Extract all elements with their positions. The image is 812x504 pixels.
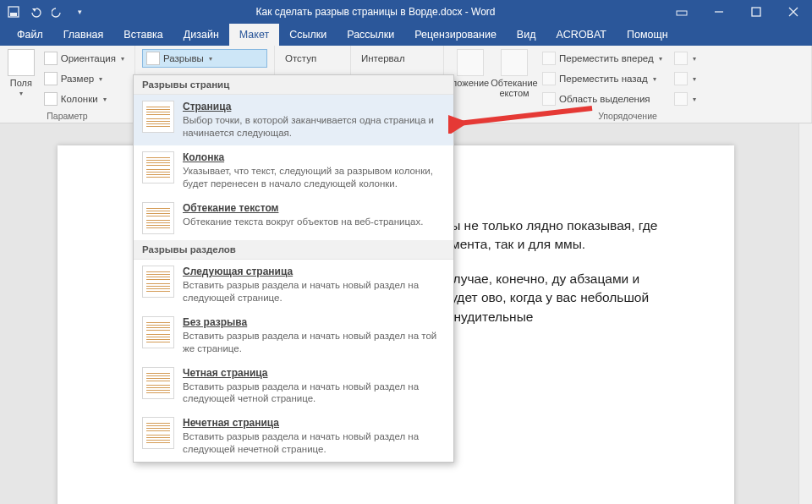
ribbon-options-icon[interactable] bbox=[663, 0, 700, 24]
break-option-odd-page[interactable]: Нечетная страница Вставить разрыв раздел… bbox=[134, 411, 453, 462]
break-option-next-page[interactable]: Следующая страница Вставить разрыв разде… bbox=[134, 260, 453, 310]
selection-pane-icon bbox=[542, 92, 556, 106]
orientation-icon bbox=[44, 52, 58, 65]
panel-header-section-breaks: Разрывы разделов bbox=[134, 240, 453, 260]
break-desc: Вставить разрыв раздела и начать новый р… bbox=[183, 279, 445, 304]
selection-pane-button[interactable]: Область выделения bbox=[539, 90, 666, 108]
rotate-icon bbox=[674, 92, 688, 106]
wrap-icon bbox=[501, 49, 528, 76]
break-title: Страница bbox=[183, 101, 445, 112]
bring-forward-button[interactable]: Переместить вперед bbox=[539, 49, 666, 68]
tab-home[interactable]: Главная bbox=[53, 24, 114, 46]
tab-design[interactable]: Дизайн bbox=[173, 24, 229, 46]
tab-acrobat[interactable]: ACROBAT bbox=[546, 24, 617, 46]
columns-icon bbox=[44, 92, 58, 106]
tab-mailings[interactable]: Рассылки bbox=[337, 24, 404, 46]
break-desc: Вставить разрыв раздела и начать новый р… bbox=[183, 381, 445, 406]
tab-file[interactable]: Файл bbox=[7, 24, 53, 46]
window-controls bbox=[663, 0, 812, 24]
break-title: Колонка bbox=[183, 151, 445, 163]
tab-layout[interactable]: Макет bbox=[229, 24, 279, 46]
columns-button[interactable]: Колонки bbox=[41, 90, 128, 108]
break-desc: Выбор точки, в которой заканчивается одн… bbox=[183, 114, 445, 140]
tab-help[interactable]: Помощн bbox=[617, 24, 678, 46]
break-desc: Обтекание текста вокруг объектов на веб-… bbox=[183, 216, 445, 228]
minimize-icon[interactable] bbox=[700, 0, 738, 24]
textwrap-break-icon bbox=[142, 202, 174, 234]
position-icon bbox=[457, 49, 484, 76]
page-setup-group-label: Параметр bbox=[7, 109, 128, 121]
break-option-column[interactable]: Колонка Указывает, что текст, следующий … bbox=[134, 145, 453, 196]
break-title: Без разрыва bbox=[183, 316, 445, 328]
ribbon-tabs: Файл Главная Вставка Дизайн Макет Ссылки… bbox=[0, 24, 812, 46]
redo-icon[interactable] bbox=[49, 3, 66, 20]
column-break-icon bbox=[142, 151, 174, 184]
send-backward-button[interactable]: Переместить назад bbox=[539, 69, 666, 88]
spacing-label: Интервал bbox=[358, 49, 409, 68]
margins-button[interactable]: Поля ▾ bbox=[7, 49, 36, 97]
qat-more-icon[interactable]: ▾ bbox=[71, 3, 88, 20]
align-button[interactable] bbox=[671, 49, 700, 68]
break-title: Обтекание текстом bbox=[183, 202, 445, 214]
tab-review[interactable]: Рецензирование bbox=[404, 24, 507, 46]
breaks-icon bbox=[146, 52, 160, 65]
close-icon[interactable] bbox=[775, 0, 812, 24]
quick-access-toolbar: ▾ bbox=[0, 3, 88, 20]
title-bar: ▾ Как сделать разрыв страницы в Ворде.do… bbox=[0, 0, 812, 24]
break-option-textwrap[interactable]: Обтекание текстом Обтекание текста вокру… bbox=[134, 196, 453, 240]
vertical-scrollbar[interactable] bbox=[798, 123, 812, 504]
margins-label: Поля bbox=[10, 78, 32, 88]
panel-header-page-breaks: Разрывы страниц bbox=[134, 75, 453, 95]
indent-label: Отступ bbox=[282, 49, 320, 68]
breaks-button[interactable]: Разрывы bbox=[142, 49, 267, 68]
rotate-button[interactable] bbox=[671, 90, 700, 108]
bring-forward-icon bbox=[542, 52, 556, 65]
break-option-page[interactable]: Страница Выбор точки, в которой заканчив… bbox=[134, 95, 453, 145]
align-icon bbox=[674, 52, 688, 65]
break-desc: Указывает, что текст, следующий за разры… bbox=[183, 165, 445, 190]
size-button[interactable]: Размер bbox=[41, 69, 128, 88]
save-icon[interactable] bbox=[5, 3, 22, 20]
group-button[interactable] bbox=[671, 69, 700, 88]
maximize-icon[interactable] bbox=[738, 0, 775, 24]
group-page-setup: Поля ▾ Ориентация Размер Колонки Парамет… bbox=[0, 46, 135, 123]
svg-rect-1 bbox=[10, 13, 17, 16]
even-page-icon bbox=[142, 367, 174, 399]
odd-page-icon bbox=[142, 417, 174, 449]
break-desc: Вставить разрыв раздела и начать новый р… bbox=[183, 430, 445, 456]
window-title: Как сделать разрыв страницы в Ворде.docx… bbox=[88, 6, 663, 18]
break-title: Четная страница bbox=[183, 367, 445, 379]
svg-rect-2 bbox=[677, 11, 687, 15]
breaks-dropdown: Разрывы страниц Страница Выбор точки, в … bbox=[133, 74, 454, 463]
page-break-icon bbox=[142, 101, 174, 133]
arrange-group-label: Упорядочение bbox=[451, 109, 804, 121]
wrap-button[interactable]: Обтеканиеекстом bbox=[495, 49, 534, 98]
undo-icon[interactable] bbox=[27, 3, 44, 20]
group-icon bbox=[674, 72, 688, 85]
break-option-even-page[interactable]: Четная страница Вставить разрыв раздела … bbox=[134, 361, 453, 412]
size-icon bbox=[44, 72, 58, 85]
margins-icon bbox=[8, 49, 35, 76]
break-option-continuous[interactable]: Без разрыва Вставить разрыв раздела и на… bbox=[134, 310, 453, 361]
tab-references[interactable]: Ссылки bbox=[279, 24, 337, 46]
next-page-icon bbox=[142, 266, 174, 298]
tab-view[interactable]: Вид bbox=[507, 24, 546, 46]
break-desc: Вставить разрыв раздела и начать новый р… bbox=[183, 330, 445, 355]
break-title: Нечетная страница bbox=[183, 417, 445, 429]
break-title: Следующая страница bbox=[183, 266, 445, 277]
group-arrange: ложение Обтеканиеекстом Переместить впер… bbox=[444, 46, 812, 123]
svg-rect-4 bbox=[752, 8, 760, 16]
tab-insert[interactable]: Вставка bbox=[113, 24, 173, 46]
orientation-button[interactable]: Ориентация bbox=[41, 49, 128, 68]
position-button[interactable]: ложение bbox=[451, 49, 490, 88]
send-backward-icon bbox=[542, 72, 556, 85]
continuous-icon bbox=[142, 316, 174, 348]
